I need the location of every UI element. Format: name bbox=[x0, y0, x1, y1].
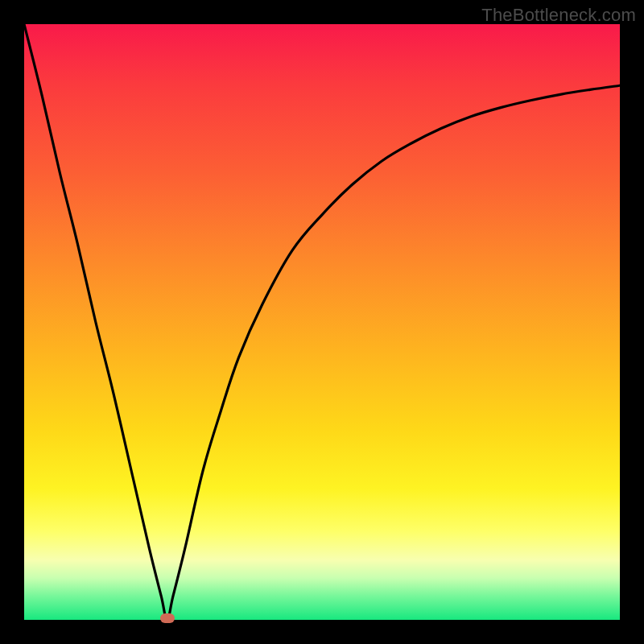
chart-frame: TheBottleneck.com bbox=[0, 0, 644, 644]
watermark-text: TheBottleneck.com bbox=[481, 5, 636, 26]
plot-area bbox=[24, 24, 620, 620]
optimum-marker bbox=[160, 613, 175, 623]
bottleneck-curve bbox=[24, 24, 620, 620]
curve-svg bbox=[24, 24, 620, 620]
